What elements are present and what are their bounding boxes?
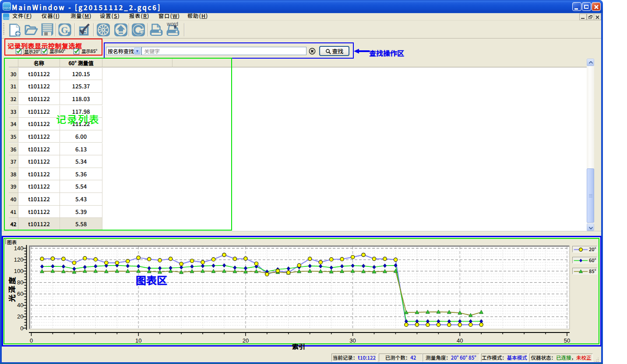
svg-text:GQC6: GQC6 xyxy=(3,7,10,9)
svg-text:G: G xyxy=(61,25,68,35)
svg-text:GQC6: GQC6 xyxy=(3,17,9,19)
